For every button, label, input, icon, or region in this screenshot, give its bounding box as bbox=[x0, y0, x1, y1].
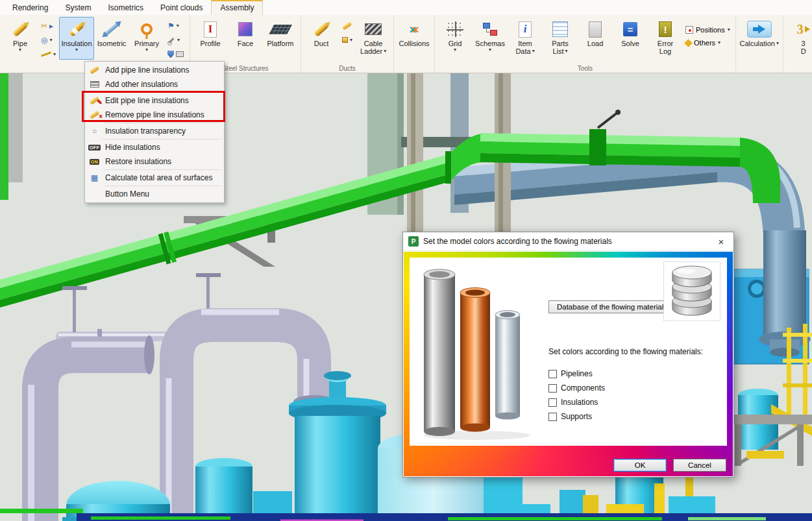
tab-point-clouds[interactable]: Point clouds bbox=[152, 1, 211, 15]
face-button[interactable]: Face bbox=[228, 17, 263, 60]
profile-button[interactable]: I Profile bbox=[193, 17, 228, 60]
collisions-button[interactable]: ×× Collisions bbox=[397, 17, 432, 60]
insulation-button[interactable]: Insulation▾ bbox=[59, 17, 94, 60]
wrench-tool-button[interactable]: ▾ bbox=[166, 34, 186, 46]
profile-icon: I bbox=[204, 21, 217, 38]
supports-checkbox[interactable] bbox=[548, 413, 557, 421]
menu-item-hide-insulations[interactable]: OFF Hide insulations bbox=[85, 140, 224, 154]
piping-small-buttons: ✂ ▸ ◎ ▾ ▾ bbox=[38, 17, 59, 60]
database-flowing-materials-button[interactable]: Database of the flowing materials bbox=[548, 300, 676, 313]
pipelines-checkbox[interactable] bbox=[548, 370, 557, 378]
components-checkbox[interactable] bbox=[548, 384, 557, 393]
duct-fitting-button[interactable]: ▾ bbox=[340, 34, 354, 46]
checkbox-supports[interactable]: Supports bbox=[548, 409, 719, 424]
cable-ladder-button[interactable]: Cable Ladder▾ bbox=[356, 17, 391, 60]
tab-isometrics[interactable]: Isometrics bbox=[99, 1, 152, 15]
others-button[interactable]: Others ▾ bbox=[685, 39, 730, 47]
dialog-rainbow-frame: Database of the flowing materials Set co… bbox=[404, 252, 733, 476]
solve-button[interactable]: = Solve bbox=[613, 17, 648, 60]
menu-item-insulation-transparency[interactable]: ○ Insulation transparency bbox=[85, 124, 224, 138]
ribbon-group-collisions: ×× Collisions bbox=[394, 15, 435, 73]
chevron-down-icon: ▾ bbox=[350, 38, 352, 43]
checkbox-insulations[interactable]: Insulations bbox=[548, 395, 719, 409]
isometric-icon bbox=[101, 19, 123, 40]
chevron-down-icon: ▾ bbox=[728, 27, 730, 32]
schemas-button[interactable]: Schemas▾ bbox=[473, 17, 508, 60]
pipe-icon bbox=[9, 19, 31, 40]
insulations-checkbox[interactable] bbox=[548, 398, 557, 407]
close-icon[interactable]: × bbox=[711, 234, 731, 248]
error-log-button[interactable]: ! Error Log bbox=[648, 17, 683, 60]
chevron-down-icon: ▾ bbox=[19, 47, 21, 53]
tab-rendering[interactable]: Rendering bbox=[4, 1, 56, 15]
duct-icon bbox=[310, 19, 332, 40]
platform-button[interactable]: Platform bbox=[263, 17, 298, 60]
menu-separator bbox=[103, 139, 222, 139]
plant-logo-icon: P bbox=[408, 236, 419, 247]
flag-tool-button[interactable]: ⚑ ▾ bbox=[166, 19, 186, 32]
chevron-down-icon: ▾ bbox=[177, 38, 180, 43]
tab-system[interactable]: System bbox=[56, 1, 99, 15]
chevron-down-icon: ▾ bbox=[384, 49, 386, 54]
chevron-down-icon: ▾ bbox=[454, 47, 456, 53]
menu-item-calculate-total-area[interactable]: ▦ Calculate total area of surfaces bbox=[85, 171, 224, 185]
grid-icon bbox=[447, 21, 463, 37]
checkbox-pipelines[interactable]: Pipelines bbox=[548, 367, 719, 381]
item-data-icon: i bbox=[519, 21, 532, 38]
pipe-button[interactable]: Pipe▾ bbox=[3, 17, 38, 60]
slope-icon bbox=[41, 52, 51, 57]
menu-item-edit-pipe-line-insulations[interactable]: ✎ Edit pipe line insulations bbox=[85, 93, 224, 108]
menu-bar: Rendering System Isometrics Point clouds… bbox=[0, 0, 812, 15]
checkbox-list: Pipelines Components Insulations Su bbox=[548, 367, 719, 424]
ribbon-group-calculation: Calculation▾ bbox=[736, 15, 783, 73]
3d-button[interactable]: 3 3 D bbox=[786, 17, 812, 60]
collisions-icon: ×× bbox=[409, 23, 419, 36]
menu-separator bbox=[103, 186, 222, 186]
item-data-button[interactable]: i Item Data▾ bbox=[508, 17, 543, 60]
pipe-slope-button[interactable]: ▾ bbox=[39, 48, 58, 60]
grid-button[interactable]: Grid▾ bbox=[437, 17, 473, 60]
pipes-image bbox=[410, 258, 539, 446]
calculator-icon: ▦ bbox=[88, 173, 101, 182]
edit-pipe-insulation-icon: ✎ bbox=[88, 99, 101, 103]
view-tools-button[interactable] bbox=[166, 48, 186, 60]
calculation-button[interactable]: Calculation▾ bbox=[739, 17, 780, 60]
tab-assembly[interactable]: Assembly bbox=[211, 0, 263, 15]
positions-button[interactable]: Positions ▾ bbox=[685, 26, 730, 34]
menu-item-remove-pipe-line-insulations[interactable]: × Remove pipe line insulations bbox=[85, 108, 224, 122]
dialog-title-bar: P Set the model colors according to the … bbox=[403, 232, 733, 251]
duct-draw-button[interactable] bbox=[340, 19, 354, 32]
load-button[interactable]: Load bbox=[578, 17, 613, 60]
menu-item-restore-insulations[interactable]: ON Restore insulations bbox=[85, 154, 224, 169]
duct-fitting-icon bbox=[342, 37, 348, 43]
menu-item-button-menu[interactable]: Button Menu bbox=[85, 187, 224, 201]
primary-button[interactable]: Primary▾ bbox=[129, 17, 164, 60]
shield-icon bbox=[167, 51, 174, 58]
chevron-down-icon: ▾ bbox=[565, 49, 568, 54]
primary-icon bbox=[136, 19, 158, 40]
cursor-icon: ▸ bbox=[49, 22, 53, 30]
menu-item-add-pipe-line-insulations[interactable]: Add pipe line insulations bbox=[85, 63, 224, 77]
cable-ladder-icon bbox=[365, 23, 382, 35]
isometric-button[interactable]: Isometric bbox=[94, 17, 129, 60]
piping-small-buttons-2: ⚑ ▾ ▾ bbox=[164, 17, 187, 60]
duct-button[interactable]: Duct bbox=[304, 17, 339, 60]
pipe-connect-button[interactable]: ◎ ▾ bbox=[39, 34, 58, 46]
add-pipe-insulation-icon bbox=[88, 68, 101, 72]
menu-item-add-other-insulations[interactable]: Add other insulations bbox=[85, 77, 224, 91]
green-pipe-valve bbox=[589, 129, 606, 165]
duct-small-buttons: ▾ bbox=[339, 17, 356, 46]
menu-separator bbox=[103, 169, 222, 170]
dialog-controls: Database of the flowing materials Set co… bbox=[539, 258, 727, 446]
load-icon bbox=[589, 21, 602, 38]
cancel-button[interactable]: Cancel bbox=[673, 459, 726, 472]
off-badge-icon: OFF bbox=[88, 145, 101, 151]
checkbox-components[interactable]: Components bbox=[548, 381, 719, 395]
ribbon-group-3d: 3 3 D bbox=[783, 15, 812, 73]
parts-list-button[interactable]: Parts List▾ bbox=[543, 17, 578, 60]
scissors-icon: ✂ bbox=[41, 22, 47, 30]
pipe-cut-button[interactable]: ✂ ▸ bbox=[39, 19, 58, 32]
application-window: Rendering System Isometrics Point clouds… bbox=[0, 0, 812, 521]
dialog-button-row: OK Cancel bbox=[613, 459, 726, 472]
ok-button[interactable]: OK bbox=[613, 459, 667, 472]
